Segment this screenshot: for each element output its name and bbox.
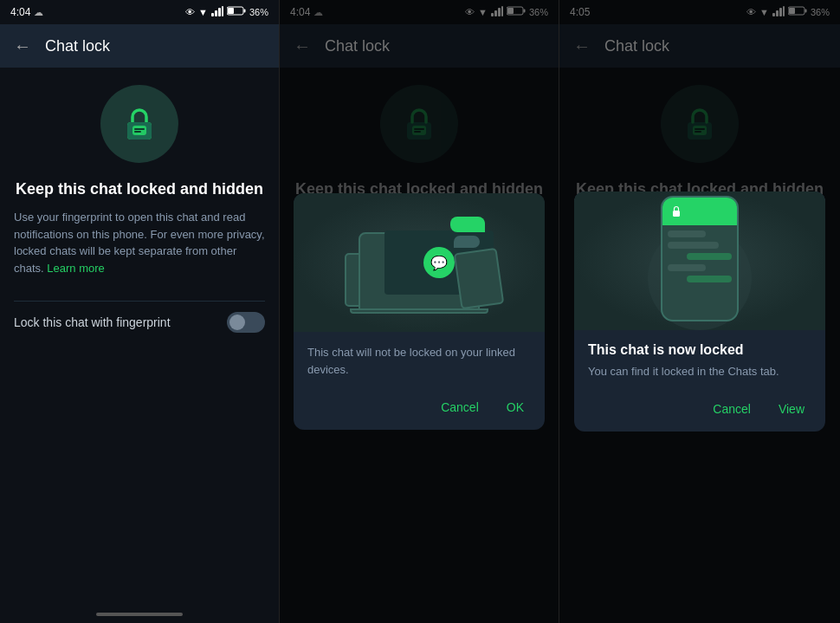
dialog-actions-2: Cancel OK (294, 390, 545, 430)
locked-dialog: This chat is now locked You can find it … (574, 191, 825, 432)
lock-icon-circle-1 (100, 85, 178, 163)
back-button-1[interactable]: ← (14, 36, 31, 56)
chat-line-3 (687, 253, 732, 260)
dialog-title-3: This chat is now locked (588, 342, 811, 358)
app-bar-title-1: Chat lock (45, 37, 110, 55)
dialog-illustration-3 (574, 191, 825, 330)
eye-icon-1: 👁 (185, 7, 195, 17)
status-right-1: 👁 ▼ 36% (185, 6, 268, 19)
svg-rect-3 (222, 6, 223, 16)
svg-rect-13 (134, 131, 141, 133)
dialog-overlay-3: This chat is now locked You can find it … (559, 0, 840, 623)
ok-button-2[interactable]: OK (500, 397, 531, 418)
laptop-base-icon (350, 308, 488, 314)
dialog-text-3: You can find it locked in the Chats tab. (588, 363, 811, 380)
svg-rect-12 (134, 128, 145, 130)
screen-2: 4:04 ☁ 👁 ▼ 36% ← Chat lock (280, 0, 559, 623)
phone-chat-area (662, 225, 737, 288)
wifi-icon-1: ▼ (198, 7, 208, 17)
svg-rect-11 (132, 126, 146, 135)
chat-line-4 (668, 264, 706, 271)
svg-rect-0 (211, 13, 214, 16)
signal-icon-1 (211, 6, 223, 19)
status-left-1: 4:04 ☁ (10, 6, 43, 18)
svg-rect-1 (215, 10, 217, 16)
chat-line-1 (668, 230, 706, 237)
cancel-button-2[interactable]: Cancel (434, 397, 486, 418)
battery-pct-1: 36% (249, 7, 268, 17)
phone-top-bar-icon (662, 198, 737, 225)
cloud-icon-1: ☁ (34, 7, 43, 18)
battery-icon-1 (227, 6, 246, 18)
laptop-illustration: 💬 (341, 206, 497, 319)
svg-rect-5 (243, 10, 245, 13)
chat-bubble-icon-1 (450, 217, 485, 232)
dialog-text-2: This chat will not be locked on your lin… (307, 344, 531, 378)
whatsapp-logo-icon: 💬 (423, 247, 455, 278)
phone-illustration (648, 196, 752, 326)
dialog-body-3: This chat is now locked You can find it … (574, 330, 825, 393)
screen-1: 4:04 ☁ 👁 ▼ 36% ← Chat lock (0, 0, 280, 623)
learn-more-link-1[interactable]: Learn more (47, 262, 104, 275)
fingerprint-toggle-1[interactable] (227, 312, 265, 333)
screen-content-1: Keep this chat locked and hidden Use you… (0, 68, 279, 606)
bottom-indicator-1 (0, 606, 279, 623)
dialog-illustration-2: 💬 (294, 193, 545, 332)
tablet-small-icon (454, 248, 505, 309)
svg-rect-2 (218, 8, 221, 16)
toggle-label-1: Lock this chat with fingerprint (14, 315, 171, 329)
screen-3: 4:05 👁 ▼ 36% ← Chat lock (559, 0, 840, 623)
main-desc-1: Use your fingerprint to open this chat a… (14, 209, 265, 276)
app-bar-1: ← Chat lock (0, 24, 279, 68)
toggle-row-1: Lock this chat with fingerprint (14, 301, 265, 343)
svg-rect-36 (673, 211, 680, 217)
svg-rect-6 (228, 8, 234, 14)
dialog-actions-3: Cancel View (574, 392, 825, 432)
dialog-image-3 (574, 191, 825, 330)
time-1: 4:04 (10, 6, 30, 18)
cancel-button-3[interactable]: Cancel (706, 399, 758, 419)
status-bar-1: 4:04 ☁ 👁 ▼ 36% (0, 0, 279, 24)
linked-devices-dialog: 💬 This chat will not be locked on your l… (294, 193, 545, 430)
nav-pill-1 (96, 613, 183, 616)
main-title-1: Keep this chat locked and hidden (16, 180, 263, 198)
dialog-body-2: This chat will not be locked on your lin… (294, 332, 545, 390)
chat-bubble-icon-2 (454, 236, 480, 248)
lock-icon-1 (119, 103, 160, 145)
view-button-3[interactable]: View (772, 399, 811, 419)
chat-line-2 (668, 242, 719, 249)
chat-line-5 (687, 276, 732, 282)
dialog-image-2: 💬 (294, 193, 545, 332)
dialog-overlay-2: 💬 This chat will not be locked on your l… (280, 0, 559, 623)
phone-body-icon (661, 196, 739, 321)
